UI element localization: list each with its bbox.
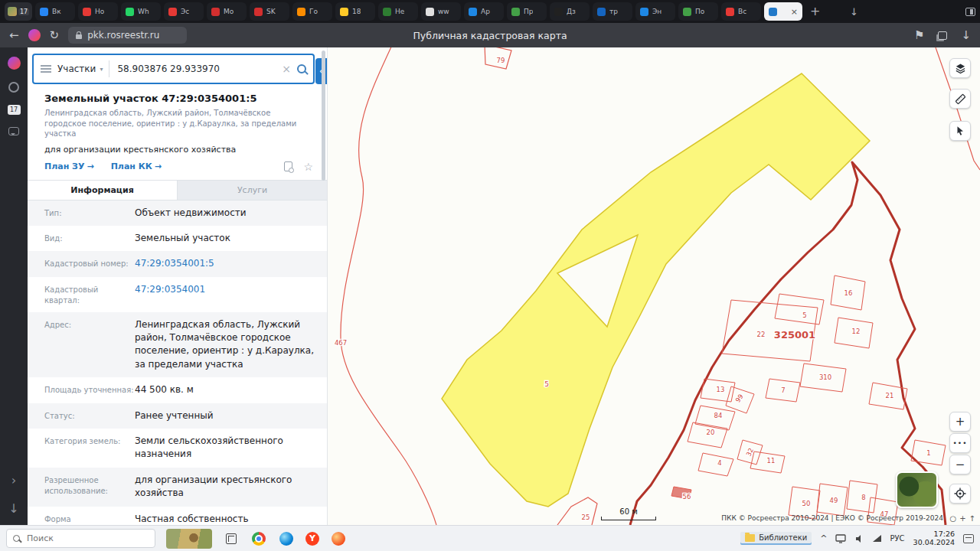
messenger-icon[interactable] bbox=[8, 127, 19, 135]
info-row-label: Статус: bbox=[44, 409, 135, 422]
services-icon[interactable] bbox=[8, 82, 19, 93]
doc-preview-icon[interactable] bbox=[284, 161, 292, 171]
profile-tab[interactable]: 17 bbox=[5, 2, 32, 21]
task-view-button[interactable] bbox=[223, 530, 240, 547]
selected-parcel-polygon[interactable] bbox=[442, 73, 870, 507]
tray-sound-icon[interactable] bbox=[854, 534, 864, 543]
search-input[interactable] bbox=[116, 63, 276, 75]
arrow-icon: → bbox=[87, 161, 93, 171]
tabs-count-badge[interactable]: 17 bbox=[8, 105, 21, 115]
favorite-star-icon[interactable]: ☆ bbox=[303, 161, 313, 172]
parcel-label: 84 bbox=[714, 412, 723, 419]
basemap-thumbnail[interactable] bbox=[896, 471, 938, 508]
alice-icon[interactable] bbox=[8, 57, 21, 70]
tab-services[interactable]: Услуги bbox=[178, 181, 327, 200]
browser-tab[interactable]: По bbox=[678, 2, 718, 21]
tab-information[interactable]: Информация bbox=[28, 181, 178, 200]
language-indicator[interactable]: РУС bbox=[890, 534, 904, 543]
arrow-up-icon[interactable]: ↑ bbox=[969, 514, 975, 523]
map-attribution: ПКК © Росреестра 2010-2024 | ЕЭКО © Роср… bbox=[721, 514, 943, 522]
plus-icon[interactable]: + bbox=[959, 514, 965, 523]
browser-tab[interactable]: ww bbox=[421, 2, 461, 21]
road-line bbox=[341, 47, 436, 525]
new-tab-button[interactable]: + bbox=[810, 5, 820, 18]
zoom-out-button[interactable]: − bbox=[949, 455, 971, 474]
parcel-header: Земельный участок 47:29:0354001:5 Ленинг… bbox=[28, 84, 327, 172]
browser-tab[interactable]: Мо bbox=[207, 2, 247, 21]
browser-tab[interactable]: Эн bbox=[635, 2, 675, 21]
browser-tab[interactable]: Wh bbox=[121, 2, 161, 21]
news-widget-thumbnail[interactable] bbox=[166, 529, 212, 549]
search-category-select[interactable]: Участки ▾ bbox=[57, 64, 103, 74]
chrome-button[interactable] bbox=[250, 530, 267, 547]
browser-tab[interactable]: тр bbox=[593, 2, 632, 21]
info-row-value[interactable]: 47:29:0354001:5 bbox=[135, 257, 214, 270]
map-canvas[interactable]: 7946755161222325001310211399784203211415… bbox=[328, 47, 980, 525]
identify-button[interactable] bbox=[949, 121, 971, 141]
browser-tab[interactable]: 18 bbox=[335, 2, 375, 21]
browser-tab[interactable]: Дз bbox=[550, 2, 590, 21]
tab-favicon bbox=[769, 8, 777, 16]
parcel-outline[interactable] bbox=[775, 294, 824, 324]
downloads-button[interactable]: ↓ bbox=[961, 30, 971, 41]
back-button[interactable]: ← bbox=[9, 30, 19, 41]
tray-display-icon[interactable] bbox=[835, 534, 846, 543]
sidebar-expand-icon[interactable]: › bbox=[11, 473, 16, 487]
browser-tab[interactable]: Пр bbox=[507, 2, 547, 21]
parcel-outline[interactable] bbox=[557, 497, 597, 525]
zoom-options-button[interactable]: ••• bbox=[949, 433, 971, 453]
downloads-icon[interactable]: ↓ bbox=[850, 6, 858, 18]
browser-tab[interactable]: Го bbox=[292, 2, 332, 21]
plan-kk-link[interactable]: План КК → bbox=[111, 161, 162, 171]
plan-kk-label: План КК bbox=[111, 161, 152, 171]
browser-tab[interactable]: Ар bbox=[464, 2, 504, 21]
tab-favicon bbox=[683, 8, 691, 16]
yandex-browser-button[interactable]: Y bbox=[305, 532, 319, 546]
hamburger-icon[interactable] bbox=[41, 65, 51, 73]
info-row: Форма собственности:Частная собственност… bbox=[28, 507, 327, 525]
taskbar-right: Библиотеки ^ РУС 17:26 30.04.2024 bbox=[740, 530, 974, 547]
collections-button[interactable] bbox=[938, 31, 947, 40]
info-row-label: Тип: bbox=[44, 207, 135, 219]
notification-center-button[interactable] bbox=[963, 534, 974, 543]
tray-expand-icon[interactable]: ^ bbox=[820, 533, 827, 543]
browser-orange-button[interactable] bbox=[330, 530, 347, 547]
bookmark-flag-button[interactable]: ⚑ bbox=[914, 30, 924, 41]
parcel-outline[interactable] bbox=[698, 453, 733, 476]
address-bar[interactable]: pkk.rosreestr.ru bbox=[68, 27, 187, 44]
clock[interactable]: 17:26 30.04.2024 bbox=[913, 530, 955, 547]
ruler-button[interactable] bbox=[949, 89, 971, 109]
geolocation-button[interactable] bbox=[949, 484, 971, 504]
taskbar-search-input[interactable] bbox=[25, 533, 149, 544]
sidebar-download-icon[interactable]: ↓ bbox=[8, 501, 18, 516]
refresh-button[interactable]: ↻ bbox=[50, 30, 60, 41]
info-row-value: для организации крестьянского хозяйства bbox=[135, 474, 315, 500]
parcel-label: 7 bbox=[781, 386, 785, 394]
taskbar-search[interactable] bbox=[6, 529, 155, 548]
info-row-value[interactable]: 47:29:0354001 bbox=[135, 283, 205, 296]
category-label: Участки bbox=[57, 64, 96, 74]
browser-tab[interactable]: Вк bbox=[35, 2, 75, 21]
libraries-task-button[interactable]: Библиотеки bbox=[740, 532, 812, 545]
browser-tab[interactable]: Не bbox=[378, 2, 418, 21]
layers-button[interactable] bbox=[949, 58, 971, 78]
clear-search-icon[interactable]: × bbox=[282, 63, 291, 75]
browser-tab[interactable]: Но bbox=[78, 2, 118, 21]
tab-panels-icon[interactable] bbox=[965, 8, 975, 16]
active-tab[interactable]: × bbox=[764, 2, 802, 21]
tab-close-icon[interactable]: × bbox=[791, 7, 798, 17]
search-icon[interactable] bbox=[297, 64, 306, 73]
tab-label: Ар bbox=[481, 8, 490, 15]
circle-icon[interactable]: ○ bbox=[949, 514, 956, 523]
browser-tab[interactable]: Эс bbox=[164, 2, 204, 21]
edge-button[interactable] bbox=[278, 530, 295, 547]
browser-tab[interactable]: Вс bbox=[721, 2, 761, 21]
parcel-label: 8 bbox=[861, 494, 865, 501]
plan-zu-link[interactable]: План ЗУ → bbox=[44, 161, 94, 171]
panel-scrollbar[interactable] bbox=[322, 51, 325, 181]
zoom-in-button[interactable]: + bbox=[949, 412, 971, 432]
tab-favicon bbox=[511, 8, 520, 16]
yandex-avatar-icon[interactable] bbox=[28, 29, 41, 41]
browser-tab[interactable]: SK bbox=[250, 2, 289, 21]
tray-network-icon[interactable] bbox=[873, 535, 881, 542]
